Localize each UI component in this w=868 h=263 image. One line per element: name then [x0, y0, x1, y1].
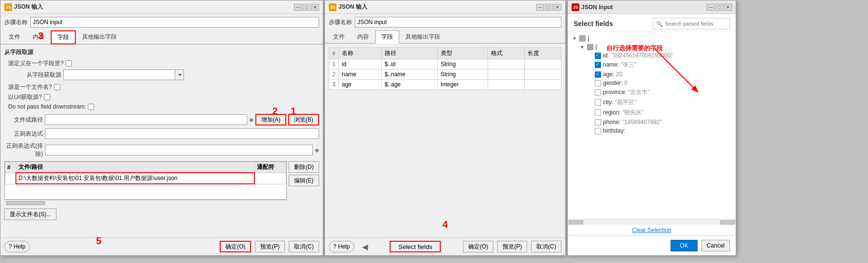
dialog2-ok-btn[interactable]: 确定(O) [463, 241, 493, 252]
dialog1-useurl-checkbox[interactable] [44, 94, 50, 100]
dialog1-tab-other[interactable]: 其他输出字段 [76, 30, 123, 44]
tree-checkbox-region[interactable] [595, 110, 601, 116]
tree-checkbox-phone[interactable] [595, 119, 601, 125]
tree-fieldname-birthday: birthday [603, 127, 624, 134]
dialog2-table-area: # 名称 路径 类型 格式 长度 1 id $..id String [325, 43, 565, 237]
dialog1-define-label: 源定义在一个字段里? [8, 59, 64, 68]
dialog2-row1-format [488, 59, 524, 69]
dialog3-ok-btn[interactable]: OK [671, 240, 697, 251]
dialog2-preview-btn[interactable]: 预览(P) [497, 241, 527, 252]
dialog1-scrollbar-thumb[interactable] [6, 201, 45, 205]
tree-label-province: province: "北京市" [603, 88, 650, 97]
dialog3-hscroll-thumb2[interactable] [720, 221, 735, 224]
dialog1-nopass-label: Do not pass field downstream: [8, 103, 86, 110]
tree-checkbox-name[interactable] [595, 62, 601, 68]
dialog2-row2-path: $..name [381, 69, 437, 80]
dialog3-minimize-btn[interactable]: — [707, 4, 714, 11]
dialog1-scrollbar-h[interactable] [4, 200, 287, 206]
dialog1-minimize-btn[interactable]: — [294, 4, 302, 11]
dialog1-preview-btn[interactable]: 预览(P) [255, 241, 285, 252]
annotation-1: 1 [291, 106, 296, 117]
tree-checkbox-id[interactable] [595, 53, 601, 59]
dialog1-filepath-input[interactable] [45, 114, 247, 125]
dialog3-search-input[interactable] [665, 21, 723, 27]
dialog1-nopass-checkbox[interactable] [88, 104, 94, 110]
dialog1-delete-btn[interactable]: 删除(D) [289, 161, 319, 173]
dialog1-get-from-input[interactable] [64, 70, 175, 80]
dialog3-titlebar: JS JSON Input — □ ✕ [568, 0, 736, 14]
dialog1-table-area: # 文件/路径 通配符 D:\大数据资料\安装包\01.安装包\数据\01.用户… [4, 161, 319, 206]
dialog3-hscroll-thumb[interactable] [569, 221, 583, 224]
dialog1-step-input[interactable] [30, 17, 319, 28]
dialog1-row1-num [5, 173, 16, 184]
tree-checkbox-province[interactable] [595, 89, 601, 96]
dialog2-step-label: 步骤名称 [329, 18, 352, 27]
tree-fieldval-birthday: ... [627, 127, 631, 134]
dialog1-tab-file[interactable]: 文件 [2, 30, 27, 44]
tree-fieldname-province: province [603, 89, 625, 96]
dialog1-col-wildcard: 通配符 [254, 162, 286, 173]
tree-checkbox-age[interactable] [595, 71, 601, 78]
tree-fieldval-id: "392456197008193000" [611, 52, 673, 59]
dialog1-tabs: 文件 内容 字段 其他输出字段 [0, 30, 323, 44]
dialog1-close-btn[interactable]: ✕ [311, 4, 319, 11]
dialog1-edit-btn[interactable]: 编辑(E) [289, 175, 319, 186]
dialog2-help-btn[interactable]: ? Help [329, 241, 354, 252]
dialog1-tab-fields[interactable]: 字段 [51, 30, 76, 44]
dialog2-close-btn[interactable]: ✕ [554, 4, 561, 11]
dialog2-maximize-btn[interactable]: □ [545, 4, 553, 11]
dialog1-maximize-btn[interactable]: □ [303, 4, 310, 11]
tree-checkbox-gender[interactable] [595, 80, 601, 86]
tree-label-region: region: "朝先区" [603, 109, 644, 117]
dialog2-col-name: 名称 [339, 48, 382, 59]
dialog1-add-btn[interactable]: 增加(A) [255, 114, 286, 125]
tree-label-name: name: "张三" [603, 61, 636, 69]
dialog3-clear-selection[interactable]: Clear Selection [630, 225, 673, 235]
dialog3-maximize-btn[interactable]: □ [715, 4, 723, 11]
dialog2-step-row: 步骤名称 [325, 14, 565, 30]
table-row[interactable]: 3 age $..age Integer [329, 80, 561, 90]
dialog2-minimize-btn[interactable]: — [536, 4, 544, 11]
dialog2-tabs: 文件 内容 字段 其他输出字段 [325, 30, 565, 43]
tree-checkbox-root1[interactable] [579, 35, 586, 42]
table-row[interactable]: 2 name $..name String [329, 69, 561, 80]
dialog1-define-checkbox[interactable] [66, 60, 72, 67]
dialog3-cancel-btn[interactable]: Cancel [701, 240, 730, 251]
dialog3-close-btn[interactable]: ✕ [724, 4, 732, 11]
dialog1-help-btn[interactable]: ? Help [4, 241, 30, 252]
dialog1-get-from-combo[interactable] [63, 69, 184, 80]
dialog2-cancel-btn[interactable]: 取消(C) [531, 241, 561, 252]
dialog2-tab-content[interactable]: 内容 [351, 30, 375, 43]
table-row[interactable]: 1 id $..id String [329, 59, 561, 69]
tree-checkbox-root2[interactable] [587, 44, 593, 50]
dialog2-icon: JS [329, 3, 336, 11]
tree-checkbox-city[interactable] [595, 99, 601, 106]
dialog2-tab-other[interactable]: 其他输出字段 [399, 30, 447, 43]
dialog1-regex-excl-input[interactable] [45, 145, 313, 155]
dialog2-select-fields-btn[interactable]: Select fields [390, 241, 441, 252]
dialog2-row2-format [488, 69, 524, 80]
dialog1-cancel-btn[interactable]: 取消(C) [289, 241, 319, 252]
tree-expand-1[interactable]: ▼ [572, 35, 577, 41]
dialog2-row3-num: 3 [329, 80, 339, 90]
dialog3-hscrollbar[interactable] [568, 219, 736, 225]
dialog1-ok-btn[interactable]: 确定(O) [220, 241, 251, 252]
select-fields-dialog: JS JSON Input — □ ✕ Select fields 🔍 ▼ { … [567, 0, 736, 256]
tree-node-name: name: "张三" [587, 60, 732, 70]
dialog2-row2-num: 2 [329, 69, 339, 80]
dialog2-tab-file[interactable]: 文件 [327, 30, 351, 43]
dialog1-isfile-checkbox[interactable] [54, 84, 60, 90]
tree-label-age: age: 20 [603, 71, 622, 78]
dialog2-nav-left[interactable]: ◀ [362, 242, 368, 251]
dialog2-tab-fields[interactable]: 字段 [375, 30, 399, 43]
annotation-4: 4 [442, 219, 448, 230]
dialog1-regex-input[interactable] [45, 128, 319, 139]
table-row[interactable]: D:\大数据资料\安装包\01.安装包\数据\01.用户数据源\user.jso… [5, 173, 286, 184]
tree-checkbox-birthday[interactable] [595, 128, 601, 134]
dialog2-step-input[interactable] [355, 17, 561, 28]
tree-expand-2[interactable]: ▼ [579, 44, 585, 50]
dialog1-get-from-dropdown[interactable] [175, 70, 183, 80]
dialog3-search-box[interactable]: 🔍 [653, 18, 730, 29]
tree-node-region: region: "朝先区" [587, 108, 732, 118]
dialog1-show-filename-btn[interactable]: 显示文件名(S)... [4, 208, 56, 220]
